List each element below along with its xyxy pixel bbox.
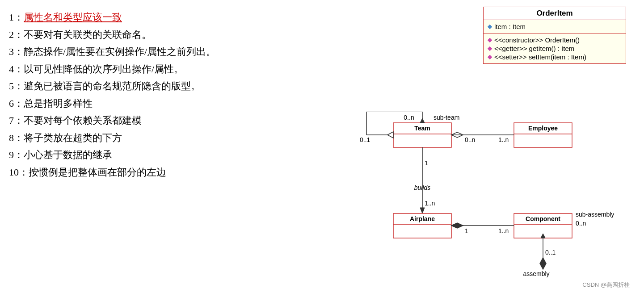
attr-icon-item bbox=[487, 24, 492, 29]
mult-01-team: 0..1 bbox=[360, 136, 370, 143]
svg-marker-0 bbox=[488, 25, 492, 29]
list-item-5: 5：避免已被语言的命名规范所隐含的版型。 bbox=[9, 78, 286, 95]
item-text-2: 不要对有关联类的关联命名。 bbox=[24, 29, 152, 40]
item-text-3: 静态操作/属性要在实例操作/属性之前列出。 bbox=[24, 46, 216, 57]
item-number-8: 8： bbox=[9, 132, 24, 143]
airplane-component-diamond bbox=[451, 223, 463, 228]
method-text-setter: <<setter>> setItem(item : Item) bbox=[494, 53, 586, 61]
item-text-6: 总是指明多样性 bbox=[24, 98, 93, 109]
list-item-6: 6：总是指明多样性 bbox=[9, 95, 286, 113]
item-text-10: 按惯例是把整体画在部分的左边 bbox=[29, 167, 166, 178]
item-text-7: 不要对每个依赖关系都建模 bbox=[24, 115, 142, 126]
list-item-2: 2：不要对有关联类的关联命名。 bbox=[9, 26, 286, 44]
method-icon-setter bbox=[487, 54, 492, 60]
right-panel: OrderItem item : Item <<constructor>> Or… bbox=[286, 4, 635, 293]
left-panel: 1：属性名和类型应该一致 2：不要对有关联类的关联命名。 3：静态操作/属性要在… bbox=[9, 4, 286, 293]
component-class-title: Component bbox=[526, 215, 560, 222]
item-number-5: 5： bbox=[9, 80, 24, 92]
list-item-1: 1：属性名和类型应该一致 bbox=[9, 9, 286, 26]
component-assembly-diamond bbox=[540, 258, 546, 269]
item-text-4: 以可见性降低的次序列出操作/属性。 bbox=[24, 63, 184, 75]
mult-0n-team-employee: 0..n bbox=[465, 136, 475, 143]
method-text-constructor: <<constructor>> OrderItem() bbox=[494, 36, 580, 44]
item-number-10: 10： bbox=[9, 167, 29, 178]
method-constructor: <<constructor>> OrderItem() bbox=[487, 36, 622, 44]
list-item-7: 7：不要对每个依赖关系都建模 bbox=[9, 112, 286, 130]
team-airplane-arrow bbox=[420, 208, 425, 213]
method-text-getter: <<getter>> getItem() : Item bbox=[494, 45, 574, 52]
list-item-8: 8：将子类放在超类的下方 bbox=[9, 130, 286, 147]
mult-1n-component: 1..n bbox=[498, 227, 509, 234]
item-text-8: 将子类放在超类的下方 bbox=[24, 132, 122, 143]
uml-diagram: 0..n sub-team Team Employee bbox=[295, 112, 631, 288]
item-number-2: 2： bbox=[9, 29, 24, 40]
sub-assembly-label: sub-assembly bbox=[576, 211, 614, 218]
item-number-1: 1： bbox=[9, 12, 24, 23]
method-icon-constructor bbox=[487, 38, 492, 43]
item-text-1: 属性名和类型应该一致 bbox=[24, 12, 122, 23]
orderitem-class: OrderItem item : Item <<constructor>> Or… bbox=[483, 7, 626, 64]
attr-item: item : Item bbox=[487, 23, 622, 30]
mult-1-builds: 1 bbox=[425, 159, 428, 167]
item-number-9: 9： bbox=[9, 149, 24, 160]
employee-class-title: Employee bbox=[528, 125, 558, 132]
mult-1n-builds: 1..n bbox=[425, 200, 435, 207]
method-setter: <<setter>> setItem(item : Item) bbox=[487, 53, 622, 61]
method-icon-getter bbox=[487, 46, 492, 51]
list-item-4: 4：以可见性降低的次序列出操作/属性。 bbox=[9, 61, 286, 78]
sub-assembly-mult: 0..n bbox=[576, 220, 586, 227]
team-class-title: Team bbox=[414, 125, 430, 132]
item-number-6: 6： bbox=[9, 98, 24, 109]
uml-svg: 0..n sub-team Team Employee bbox=[295, 112, 644, 290]
self-loop-arrow bbox=[420, 118, 425, 123]
svg-marker-2 bbox=[488, 46, 492, 51]
item-number-3: 3： bbox=[9, 46, 24, 57]
attr-text-item: item : Item bbox=[494, 23, 526, 30]
list-item-9: 9：小心基于数据的继承 bbox=[9, 146, 286, 164]
orderitem-methods: <<constructor>> OrderItem() <<getter>> g… bbox=[484, 33, 626, 63]
item-number-4: 4： bbox=[9, 63, 24, 75]
list-item-10: 10：按惯例是把整体画在部分的左边 bbox=[9, 164, 286, 181]
watermark: CSDN @燕园折桂 bbox=[582, 281, 630, 289]
airplane-class-title: Airplane bbox=[410, 215, 435, 222]
orderitem-class-title: OrderItem bbox=[484, 7, 626, 20]
team-self-assoc-diamond bbox=[387, 132, 393, 138]
method-getter: <<getter>> getItem() : Item bbox=[487, 45, 622, 52]
sub-team-text: sub-team bbox=[434, 114, 459, 121]
mult-1-airplane-comp: 1 bbox=[465, 227, 468, 234]
item-text-5: 避免已被语言的命名规范所隐含的版型。 bbox=[24, 80, 201, 92]
item-number-7: 7： bbox=[9, 115, 24, 126]
list-item-3: 3：静态操作/属性要在实例操作/属性之前列出。 bbox=[9, 43, 286, 61]
svg-marker-1 bbox=[488, 38, 492, 42]
orderitem-attributes: item : Item bbox=[484, 20, 626, 33]
svg-marker-3 bbox=[488, 55, 492, 59]
mult-01-assembly: 0..1 bbox=[545, 249, 556, 256]
assembly-label: assembly bbox=[523, 270, 549, 277]
sub-team-label: 0..n bbox=[404, 114, 414, 121]
item-text-9: 小心基于数据的继承 bbox=[24, 149, 112, 160]
mult-1n-employee: 1..n bbox=[498, 136, 509, 143]
